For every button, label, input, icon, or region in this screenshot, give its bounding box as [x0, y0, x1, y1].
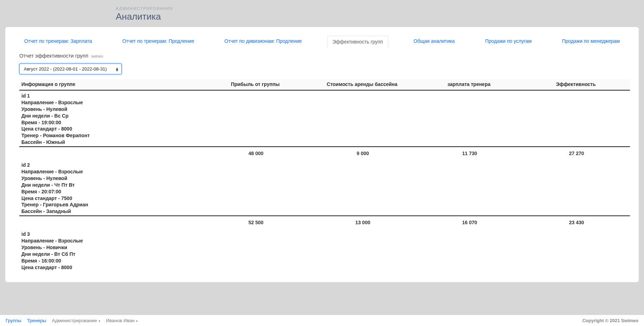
- group-info-line: Дни недели - Чт Пт Вт: [21, 182, 628, 188]
- group-info-line: Тренер - Григорьев Адриан: [21, 201, 628, 208]
- group-info: id 2Направление - ВзрослыеУровень - Нуле…: [19, 160, 630, 216]
- cell-eff: 23 430: [523, 216, 630, 229]
- group-info-line: Направление - Взрослые: [21, 99, 628, 106]
- group-info-line: Цена стандарт - 7500: [21, 195, 628, 202]
- cell-rent: 13 000: [309, 216, 416, 229]
- tab-5[interactable]: Продажи по услугам: [480, 35, 537, 48]
- tabs: Отчет по тренерам: ЗарплатаОтчет по трен…: [5, 27, 639, 48]
- header-subtitle: АДМИНИСТРИРОВАНИЕ: [116, 6, 644, 11]
- group-info-line: Цена стандарт - 8000: [21, 126, 628, 132]
- cell-profit: 52 500: [202, 216, 309, 229]
- efficiency-table: Информация о группе Прибыль от группы Ст…: [19, 79, 630, 272]
- group-info-line: Направление - Взрослые: [21, 238, 628, 244]
- report-tag: swimeo: [91, 54, 103, 58]
- group-info-line: Тренер - Романов Ферапонт: [21, 132, 628, 139]
- col-eff: Эффективность: [523, 79, 630, 90]
- group-info-line: Дни недели - Вт Сб Пт: [21, 251, 628, 258]
- table-row: id 2Направление - ВзрослыеУровень - Нуле…: [19, 160, 630, 216]
- group-info-line: Уровень - Нулевой: [21, 106, 628, 113]
- col-profit: Прибыль от группы: [202, 79, 309, 90]
- cell-salary: 11 730: [416, 147, 523, 160]
- table-row: id 3Направление - ВзрослыеУровень - Нови…: [19, 229, 630, 271]
- tab-4[interactable]: Общая аналитика: [409, 35, 459, 48]
- group-info-line: Уровень - Новички: [21, 244, 628, 251]
- group-info-line: Время - 16:00:00: [21, 258, 628, 264]
- group-info: id 1Направление - ВзрослыеУровень - Нуле…: [19, 90, 630, 147]
- report-title: Отчет эффективности групп: [19, 53, 88, 59]
- group-info-line: Дни недели - Вс Ср: [21, 113, 628, 119]
- header-title: Аналитика: [116, 11, 644, 22]
- spacer: [19, 147, 202, 160]
- tab-1[interactable]: Отчет по тренерам: Продление: [118, 35, 199, 48]
- group-info-line: Цена стандарт - 8000: [21, 264, 628, 271]
- group-info-line: Направление - Взрослые: [21, 168, 628, 175]
- table-row: id 1Направление - ВзрослыеУровень - Нуле…: [19, 90, 630, 147]
- cell-salary: 16 070: [416, 216, 523, 229]
- group-info-line: id 3: [21, 231, 628, 238]
- group-info-line: Бассейн - Западный: [21, 208, 628, 215]
- cell-eff: 27 270: [523, 147, 630, 160]
- group-info-line: id 2: [21, 162, 628, 168]
- group-info-line: Время - 20:07:00: [21, 188, 628, 195]
- spacer: [19, 216, 202, 229]
- table-header-row: Информация о группе Прибыль от группы Ст…: [19, 79, 630, 90]
- main-panel: Отчет по тренерам: ЗарплатаОтчет по трен…: [5, 27, 639, 282]
- col-info: Информация о группе: [19, 79, 202, 90]
- tab-2[interactable]: Отчет по дивизионам: Продление: [220, 35, 307, 48]
- table-row: 48 0009 00011 73027 270: [19, 147, 630, 160]
- group-info-line: Время - 19:00:00: [21, 119, 628, 126]
- group-info-line: Уровень - Нулевой: [21, 175, 628, 182]
- period-select-wrap: Август 2022 - (2022-08-01 - 2022-08-31) …: [19, 64, 122, 74]
- group-info: id 3Направление - ВзрослыеУровень - Нови…: [19, 229, 630, 271]
- page-header: АДМИНИСТРИРОВАНИЕ Аналитика: [0, 0, 644, 27]
- table-row: 52 50013 00016 07023 430: [19, 216, 630, 229]
- col-salary: зарплата тренера: [416, 79, 523, 90]
- group-info-line: id 1: [21, 93, 628, 99]
- tab-3[interactable]: Эффективность групп: [327, 36, 388, 48]
- period-select[interactable]: Август 2022 - (2022-08-01 - 2022-08-31): [19, 64, 122, 74]
- tab-0[interactable]: Отчет по тренерам: Зарплата: [19, 35, 97, 48]
- cell-rent: 9 000: [309, 147, 416, 160]
- col-rent: Стоимость аренды бассейна: [309, 79, 416, 90]
- group-info-line: Бассейн - Южный: [21, 139, 628, 146]
- tab-6[interactable]: Продажи по менеджерам: [557, 35, 625, 48]
- report-content: Отчет эффективности групп swimeo Август …: [5, 48, 639, 272]
- cell-profit: 48 000: [202, 147, 309, 160]
